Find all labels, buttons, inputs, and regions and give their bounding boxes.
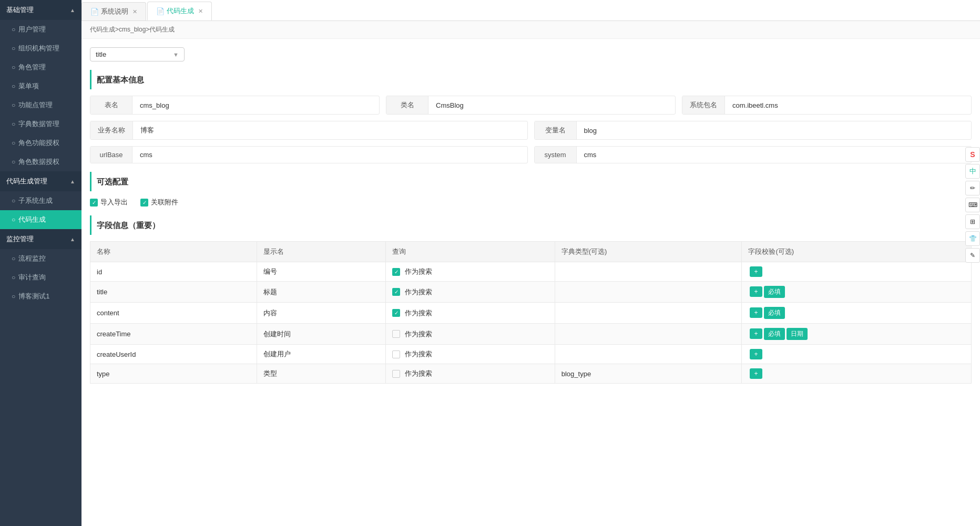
table-row: createUserId创建用户作为搜索+ [90,345,972,364]
sidebar-item-role-mgmt[interactable]: ○ 角色管理 [0,58,81,77]
field-validation-cell[interactable]: + [742,262,972,282]
toolbar-btn-edit[interactable]: ✎ [965,248,980,263]
tab-code-gen-close[interactable]: ✕ [198,8,203,15]
sidebar-item-func-point[interactable]: ○ 功能点管理 [0,96,81,115]
sidebar-group-basic[interactable]: 基础管理 ▲ [0,0,81,20]
tab-code-gen[interactable]: 📄 代码生成 ✕ [147,2,212,20]
menu-icon: ○ [12,82,15,90]
field-name-cell: title [90,282,257,303]
field-display-cell: 内容 [257,303,385,324]
query-label: 作为搜索 [405,369,432,378]
field-display-cell: 标题 [257,282,385,303]
section-optional-heading: 可选配置 [90,172,972,191]
validation-btn[interactable]: + [750,266,762,277]
sidebar-item-process-monitor-label: 流程监控 [18,254,46,263]
field-query-cell[interactable]: ✓作为搜索 [386,303,555,324]
field-validation-cell[interactable]: +必填日期 [742,324,972,345]
query-checked-icon: ✓ [392,309,400,317]
validation-btn[interactable]: + [750,286,762,297]
field-query-cell[interactable]: 作为搜索 [386,345,555,364]
toolbar-btn-zh[interactable]: 中 [965,164,980,179]
field-dict-cell [555,262,742,282]
sidebar-item-user-mgmt[interactable]: ○ 用户管理 [0,20,81,39]
table-row: createTime创建时间作为搜索+必填日期 [90,324,972,345]
validation-btn[interactable]: + [750,368,762,379]
tab-sys-desc-label: 系统说明 [101,7,128,16]
field-dict-cell: blog_type [555,364,742,384]
toolbar-btn-pencil[interactable]: ✏ [965,181,980,195]
import-export-checkbox-item[interactable]: ✓ 导入导出 [90,198,128,207]
relate-attachment-checked-icon: ✓ [140,199,148,207]
tab-sys-desc[interactable]: 📄 系统说明 ✕ [81,2,146,20]
var-name-field: 变量名 blog [534,121,972,140]
query-label: 作为搜索 [405,287,432,297]
sidebar-item-func-point-label: 功能点管理 [18,100,53,110]
query-label: 作为搜索 [405,267,432,276]
sidebar-item-org-mgmt[interactable]: ○ 组织机构管理 [0,39,81,58]
field-query-cell[interactable]: ✓作为搜索 [386,262,555,282]
sidebar-item-subsystem-gen[interactable]: ○ 子系统生成 [0,191,81,210]
field-query-cell[interactable]: 作为搜索 [386,364,555,384]
field-validation-cell[interactable]: +必填 [742,282,972,303]
validation-btn[interactable]: 必填 [764,307,785,319]
toolbar-btn-grid[interactable]: ⊞ [965,214,980,229]
system-value: cms [577,147,972,163]
biz-name-field: 业务名称 博客 [90,121,528,140]
class-name-field: 类名 CmsBlog [386,96,676,115]
sidebar-item-process-monitor[interactable]: ○ 流程监控 [0,249,81,268]
sidebar-item-role-func[interactable]: ○ 角色功能授权 [0,133,81,152]
sys-package-field: 系统包名 com.ibeetl.cms [682,96,972,115]
field-query-cell[interactable]: ✓作为搜索 [386,282,555,303]
field-name-cell: id [90,262,257,282]
validation-btn[interactable]: 必填 [764,328,785,340]
field-validation-cell[interactable]: +必填 [742,303,972,324]
sidebar-group-monitor[interactable]: 监控管理 ▲ [0,229,81,249]
form-grid-row2: 业务名称 博客 变量名 blog [90,121,972,140]
sidebar-item-role-data[interactable]: ○ 角色数据授权 [0,152,81,171]
class-name-value: CmsBlog [428,97,675,114]
class-name-label: 类名 [386,96,428,114]
table-row: title标题✓作为搜索+必填 [90,282,972,303]
field-name-cell: createTime [90,324,257,345]
validation-btn[interactable]: + [750,307,762,318]
sidebar-items-basic: ○ 用户管理 ○ 组织机构管理 ○ 角色管理 ○ 菜单项 ○ 功能点管理 ○ 字… [0,20,81,171]
field-dict-cell [555,303,742,324]
sidebar-item-code-gen[interactable]: ○ 代码生成 [0,210,81,229]
field-dropdown[interactable]: title ▼ [90,47,185,61]
code-gen-icon: ○ [12,216,15,223]
relate-attachment-checkbox-item[interactable]: ✓ 关联附件 [140,198,178,207]
tabs-bar: 📄 系统说明 ✕ 📄 代码生成 ✕ [81,0,980,21]
sidebar-item-menu-label: 菜单项 [18,81,39,91]
collapse-icon-codegen: ▲ [70,179,75,184]
validation-btn[interactable]: 日期 [787,328,808,340]
sidebar-item-menu[interactable]: ○ 菜单项 [0,77,81,96]
field-query-cell[interactable]: 作为搜索 [386,324,555,345]
toolbar-btn-s[interactable]: S [965,147,980,162]
sidebar-item-subsystem-gen-label: 子系统生成 [18,196,53,205]
biz-name-label: 业务名称 [90,121,133,139]
validation-btn[interactable]: + [750,328,762,339]
sidebar-group-codegen[interactable]: 代码生成管理 ▲ [0,171,81,191]
user-icon: ○ [12,26,15,33]
sidebar-item-audit-query[interactable]: ○ 审计查询 [0,268,81,287]
field-validation-cell[interactable]: + [742,364,972,384]
process-icon: ○ [12,255,15,262]
sidebar-item-role-data-label: 角色数据授权 [18,157,59,167]
section-basic-info-heading: 配置基本信息 [90,70,972,89]
dict-icon: ○ [12,120,15,128]
sidebar-item-code-gen-label: 代码生成 [18,215,46,224]
toolbar-btn-keyboard[interactable]: ⌨ [965,198,980,212]
role-func-icon: ○ [12,139,15,147]
validation-btn[interactable]: 必填 [764,286,785,298]
query-label: 作为搜索 [405,329,432,339]
sidebar-item-role-func-label: 角色功能授权 [18,138,59,148]
validation-btn[interactable]: + [750,349,762,359]
sidebar-item-blog-test[interactable]: ○ 博客测试1 [0,287,81,306]
toolbar-btn-shirt[interactable]: 👕 [965,231,980,246]
sidebar-item-dict-mgmt[interactable]: ○ 字典数据管理 [0,115,81,133]
tab-sys-desc-close[interactable]: ✕ [132,8,137,15]
var-name-value: blog [577,122,972,139]
breadcrumb-text: 代码生成>cms_blog>代码生成 [90,26,175,33]
section-field-info-heading: 字段信息（重要） [90,215,972,235]
field-validation-cell[interactable]: + [742,345,972,364]
